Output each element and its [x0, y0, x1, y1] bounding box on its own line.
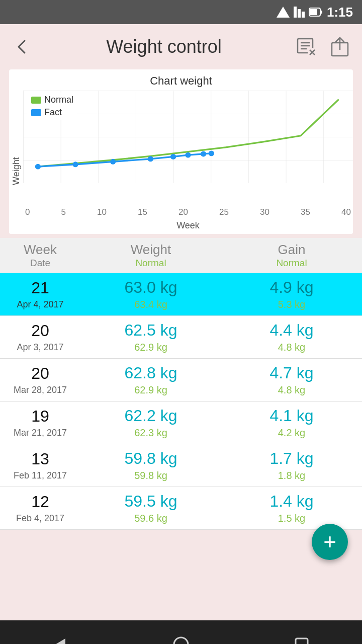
svg-rect-1 — [294, 7, 297, 18]
cell-weight-fact: 62.5 kg — [125, 321, 177, 340]
cell-week: 19 Mar 21, 2017 — [0, 407, 80, 439]
x-label-15: 15 — [138, 207, 147, 217]
svg-marker-0 — [277, 7, 290, 18]
x-label-40: 40 — [341, 207, 351, 217]
cell-weight-normal: 62.9 kg — [134, 342, 167, 353]
chart-x-label: Week — [23, 220, 353, 234]
cell-date: Mar 28, 2017 — [14, 385, 67, 395]
svg-point-26 — [170, 154, 176, 159]
back-button[interactable] — [9, 34, 34, 59]
nav-back-button[interactable] — [40, 629, 80, 644]
svg-point-23 — [72, 162, 78, 167]
svg-rect-32 — [296, 638, 308, 644]
cell-gain-fact: 1.4 kg — [269, 492, 313, 511]
cell-weight: 59.5 kg 59.6 kg — [80, 492, 221, 524]
table-body: 21 Apr 4, 2017 63.0 kg 63.4 kg 4.9 kg 5.… — [0, 273, 362, 530]
cell-weight: 62.5 kg 62.9 kg — [80, 321, 221, 353]
svg-rect-6 — [310, 9, 317, 15]
svg-rect-3 — [302, 12, 305, 18]
cell-week: 20 Apr 3, 2017 — [0, 321, 80, 353]
cell-gain-fact: 1.7 kg — [269, 449, 313, 468]
cell-gain-fact: 4.7 kg — [269, 364, 313, 382]
cell-weight: 62.8 kg 62.9 kg — [80, 364, 221, 396]
cell-gain: 1.7 kg 1.8 kg — [221, 449, 362, 481]
app-bar: Weight control — [0, 24, 362, 69]
cell-gain-normal: 5.3 kg — [278, 299, 305, 310]
cell-weight-normal: 59.8 kg — [134, 470, 167, 481]
svg-point-22 — [35, 164, 41, 170]
nav-recents-button[interactable] — [282, 629, 322, 644]
legend-normal-label: Normal — [44, 95, 73, 105]
cell-weight-fact: 59.8 kg — [125, 449, 177, 468]
cell-gain-normal: 1.8 kg — [278, 470, 305, 481]
cell-weight-fact: 59.5 kg — [125, 492, 177, 511]
cell-gain: 4.9 kg 5.3 kg — [221, 278, 362, 310]
page-title: Weight control — [40, 36, 288, 57]
svg-marker-30 — [55, 638, 65, 644]
fab-plus-icon: + — [323, 531, 336, 553]
share-button[interactable] — [327, 34, 353, 60]
cell-date: Feb 11, 2017 — [14, 470, 67, 481]
cell-weight-normal: 62.9 kg — [134, 384, 167, 396]
cell-weight-normal: 62.3 kg — [134, 427, 167, 439]
table-header: Week Date Weight Normal Gain Normal — [0, 238, 362, 273]
svg-point-31 — [174, 637, 188, 644]
cell-week: 13 Feb 11, 2017 — [0, 449, 80, 481]
cell-week-num: 12 — [31, 493, 49, 511]
chart-legend: Normal Fact — [27, 93, 77, 120]
chart-container: Chart weight Weight Normal Fact — [9, 69, 353, 234]
cell-date: Apr 4, 2017 — [17, 299, 63, 310]
cell-gain-normal: 4.8 kg — [278, 384, 305, 396]
status-time: 1:15 — [327, 5, 353, 20]
cell-weight: 63.0 kg 63.4 kg — [80, 278, 221, 310]
cell-weight: 59.8 kg 59.8 kg — [80, 449, 221, 481]
cell-date: Feb 4, 2017 — [16, 513, 64, 524]
cell-gain-fact: 4.1 kg — [269, 407, 313, 425]
legend-fact-label: Fact — [44, 107, 62, 118]
toolbar-icons — [294, 34, 353, 60]
x-label-5: 5 — [61, 207, 66, 217]
table-row[interactable]: 12 Feb 4, 2017 59.5 kg 59.6 kg 1.4 kg 1.… — [0, 487, 362, 530]
cell-week: 12 Feb 4, 2017 — [0, 492, 80, 524]
table-row[interactable]: 20 Mar 28, 2017 62.8 kg 62.9 kg 4.7 kg 4… — [0, 359, 362, 401]
legend-fact: Fact — [31, 107, 73, 118]
x-label-25: 25 — [219, 207, 229, 217]
cell-gain-normal: 4.2 kg — [278, 427, 305, 439]
chart-y-label: Weight — [9, 91, 23, 234]
table-row[interactable]: 19 Mar 21, 2017 62.2 kg 62.3 kg 4.1 kg 4… — [0, 401, 362, 444]
x-label-35: 35 — [301, 207, 310, 217]
x-label-0: 0 — [25, 207, 30, 217]
header-week: Week Date — [0, 242, 80, 269]
cell-gain-fact: 4.4 kg — [269, 321, 313, 340]
cell-weight-fact: 62.8 kg — [125, 364, 177, 382]
x-label-20: 20 — [178, 207, 188, 217]
cell-date: Mar 21, 2017 — [14, 428, 67, 438]
table-row[interactable]: 20 Apr 3, 2017 62.5 kg 62.9 kg 4.4 kg 4.… — [0, 316, 362, 359]
svg-rect-2 — [298, 9, 301, 18]
cell-weight-normal: 63.4 kg — [134, 299, 167, 310]
cell-week-num: 20 — [31, 364, 49, 383]
svg-point-25 — [148, 156, 153, 162]
cell-gain: 4.7 kg 4.8 kg — [221, 364, 362, 396]
svg-rect-5 — [320, 11, 322, 14]
table-row[interactable]: 21 Apr 4, 2017 63.0 kg 63.4 kg 4.9 kg 5.… — [0, 273, 362, 316]
nav-home-button[interactable] — [161, 629, 201, 644]
cell-week-num: 21 — [31, 279, 49, 297]
cell-weight: 62.2 kg 62.3 kg — [80, 407, 221, 439]
svg-point-28 — [201, 151, 206, 156]
svg-point-27 — [185, 152, 191, 158]
cell-week: 20 Mar 28, 2017 — [0, 364, 80, 396]
bottom-nav — [0, 620, 362, 644]
svg-point-24 — [110, 159, 116, 165]
add-entry-fab[interactable]: + — [312, 524, 348, 560]
cell-gain: 4.1 kg 4.2 kg — [221, 407, 362, 439]
table-row[interactable]: 13 Feb 11, 2017 59.8 kg 59.8 kg 1.7 kg 1… — [0, 444, 362, 487]
cell-gain-fact: 4.9 kg — [269, 278, 313, 297]
cell-gain: 4.4 kg 4.8 kg — [221, 321, 362, 353]
list-clear-button[interactable] — [294, 34, 320, 60]
cell-gain-normal: 1.5 kg — [278, 513, 305, 524]
cell-weight-normal: 59.6 kg — [134, 513, 167, 524]
x-label-10: 10 — [97, 207, 107, 217]
cell-date: Apr 3, 2017 — [17, 342, 63, 353]
cell-week-num: 19 — [31, 407, 49, 426]
